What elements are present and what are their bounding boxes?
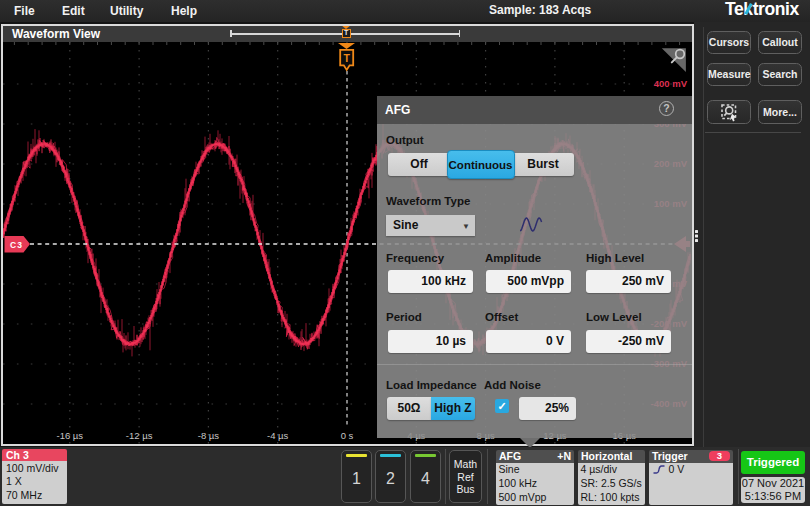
svg-text:-4 µs: -4 µs xyxy=(267,430,289,441)
svg-text:-12 µs: -12 µs xyxy=(126,430,153,441)
svg-text:-8 µs: -8 µs xyxy=(198,430,220,441)
svg-text:T: T xyxy=(343,52,350,64)
svg-text:400 mV: 400 mV xyxy=(654,78,688,89)
svg-text:C3: C3 xyxy=(10,240,23,250)
svg-text:0 s: 0 s xyxy=(341,430,354,441)
svg-text:-16 µs: -16 µs xyxy=(57,430,84,441)
